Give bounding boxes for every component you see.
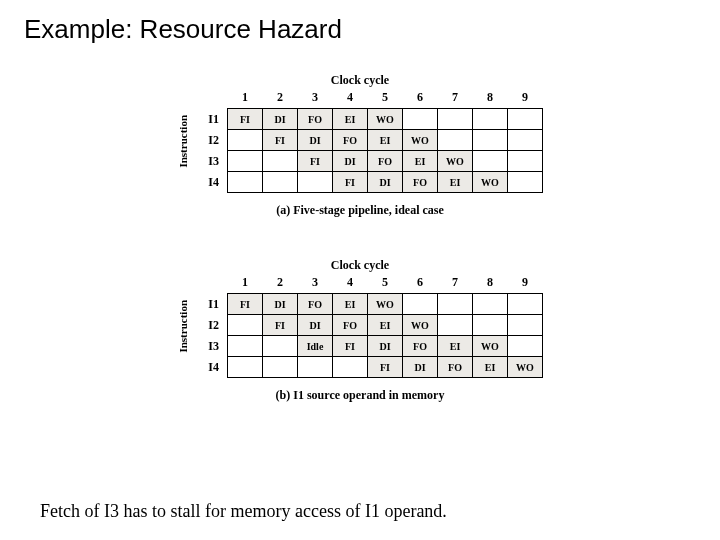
figure-container: Clock cycle Instruction 1 2 3 4 5 6 7 8 … bbox=[24, 73, 696, 403]
instruction-label-a: Instruction bbox=[177, 115, 189, 168]
caption-b: (b) I1 source operand in memory bbox=[276, 388, 445, 403]
pipeline-table-b: Clock cycle Instruction 1 2 3 4 5 6 7 8 … bbox=[177, 258, 543, 403]
page-title: Example: Resource Hazard bbox=[24, 14, 696, 45]
clock-label-a: Clock cycle bbox=[331, 73, 389, 88]
caption-a: (a) Five-stage pipeline, ideal case bbox=[276, 203, 444, 218]
clock-label-b: Clock cycle bbox=[331, 258, 389, 273]
footnote-text: Fetch of I3 has to stall for memory acce… bbox=[40, 501, 447, 522]
pipeline-table-a: Clock cycle Instruction 1 2 3 4 5 6 7 8 … bbox=[177, 73, 543, 218]
grid-a: 1 2 3 4 5 6 7 8 9 I1 FI DI FO bbox=[195, 90, 543, 193]
instruction-label-b: Instruction bbox=[177, 300, 189, 353]
grid-b: 1 2 3 4 5 6 7 8 9 I1 FI DI FO bbox=[195, 275, 543, 378]
